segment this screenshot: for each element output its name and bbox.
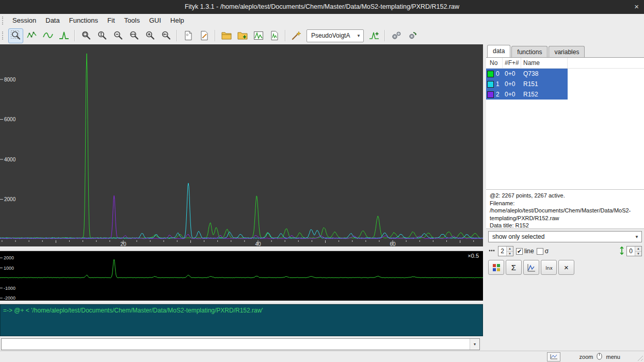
range-mode-icon[interactable]	[24, 28, 39, 43]
console-splitter[interactable]	[0, 301, 483, 304]
column-header-name[interactable]: Name	[521, 58, 568, 68]
chevron-down-icon: ▼	[632, 235, 641, 239]
dataset-color-cell: 1	[486, 80, 503, 88]
close-icon[interactable]: ×	[634, 0, 639, 13]
dataset-color-swatch[interactable]	[487, 81, 494, 88]
line-toggle[interactable]: ✔ line	[516, 248, 534, 255]
output-console[interactable]: 2267 points. No explicit std. dev. Set a…	[0, 304, 483, 336]
point-size-arrows[interactable]: ▲▼	[506, 246, 513, 256]
show-filter-select[interactable]: show only selected ▼	[488, 231, 642, 242]
fit-run-icon[interactable]	[389, 28, 404, 43]
point-size-value: 2	[498, 246, 506, 256]
zoom-hint-label: zoom	[579, 354, 593, 360]
tab-data[interactable]: data	[487, 45, 510, 57]
chevron-down-icon: ▼	[351, 34, 361, 38]
info-line: Filename: /home/aleplo/test/Documents/Ch…	[490, 200, 640, 222]
toolbar: PseudoVoigtA▼	[0, 27, 644, 45]
dataset-name: R152	[521, 91, 568, 98]
console-line: =-> @+ < '/home/aleplo/test/Documents/Ch…	[3, 306, 480, 315]
info-line: Data title: R152	[490, 222, 640, 229]
zoom-out-icon[interactable]	[110, 28, 125, 43]
menu-items: SessionDataFunctionsFitToolsGUIHelp	[8, 14, 189, 27]
mouse-icon	[597, 353, 602, 361]
append-data-icon[interactable]	[235, 28, 250, 43]
new-session-icon[interactable]	[181, 28, 196, 43]
dataset-color-cell: 2	[486, 91, 503, 98]
sidebar: datafunctionsvariables No#F+#Name 00+0Q7…	[486, 44, 644, 351]
sum-button[interactable]: Σ	[506, 260, 522, 275]
zoom-in-icon[interactable]	[142, 28, 157, 43]
add-function-icon[interactable]	[366, 28, 381, 43]
dataset-list-header: No#F+#Name	[486, 58, 644, 69]
function-type-select[interactable]: PseudoVoigtA▼	[307, 29, 364, 42]
dataset-color-swatch[interactable]	[487, 91, 494, 98]
data-transform-icon[interactable]	[289, 28, 304, 43]
menu-tools[interactable]: Tools	[120, 14, 144, 27]
menu-help[interactable]: Help	[166, 14, 189, 27]
x-tick-label: 40	[255, 241, 261, 246]
fit-undo-icon[interactable]	[405, 28, 420, 43]
menu-data[interactable]: Data	[41, 14, 64, 27]
column-header-no[interactable]: No	[486, 58, 503, 68]
shift-stepper[interactable]: 0 ▲▼	[626, 246, 642, 256]
dataset-info: @2: 2267 points, 2267 active.Filename: /…	[486, 190, 644, 229]
dataset-row[interactable]: 10+0R151	[486, 79, 568, 89]
coordinates-format-button[interactable]	[547, 352, 560, 361]
aux-plot[interactable]: 20001000-1000-2000 ×0.5	[0, 251, 483, 301]
tab-variables[interactable]: variables	[549, 46, 585, 57]
open-data-icon[interactable]	[219, 28, 234, 43]
toolbar-items: PseudoVoigtA▼	[8, 28, 420, 43]
dataset-counts: 0+0	[503, 91, 521, 98]
data-editor-icon[interactable]	[267, 28, 282, 43]
command-input-row: ▾	[1, 338, 480, 350]
colors-button[interactable]	[488, 260, 504, 275]
resize-grip[interactable]	[636, 354, 643, 361]
dataset-row[interactable]: 00+0Q738	[486, 69, 568, 79]
command-combo: ▾	[1, 338, 480, 350]
zoom-vertical-icon[interactable]	[94, 28, 109, 43]
plot-splitter[interactable]	[0, 246, 483, 251]
command-input[interactable]	[2, 339, 470, 350]
sigma-checkbox[interactable]	[537, 248, 543, 255]
main-plot[interactable]: 2040602000400060008000	[0, 44, 483, 246]
menu-functions[interactable]: Functions	[65, 14, 103, 27]
line-checkbox[interactable]: ✔	[516, 248, 523, 255]
info-line: @2: 2267 points, 2267 active.	[490, 192, 640, 200]
x-tick-label: 60	[390, 241, 396, 246]
delete-dataset-button[interactable]: ×	[558, 260, 574, 275]
statusbar: zoom menu	[0, 351, 644, 362]
ln-button[interactable]: lnx	[541, 260, 557, 275]
column-header-f[interactable]: #F+#	[503, 58, 521, 68]
zoom-horizontal-icon[interactable]	[126, 28, 141, 43]
sigma-toggle[interactable]: σ	[537, 248, 549, 255]
menu-gui[interactable]: GUI	[144, 14, 166, 27]
toolbar-drag-handle[interactable]	[2, 31, 5, 40]
menubar-drag-handle[interactable]	[2, 17, 5, 25]
aux-y-tick-label: -1000	[4, 286, 15, 291]
aux-y-tick-label: 2000	[4, 255, 14, 260]
y-tick-label: 4000	[4, 157, 16, 162]
shift-arrows[interactable]: ▲▼	[635, 246, 641, 256]
menu-session[interactable]: Session	[8, 14, 41, 27]
chevron-down-icon[interactable]: ▾	[470, 339, 479, 350]
window-titlebar: Fityk 1.3.1 - /home/aleplo/test/Document…	[0, 0, 644, 14]
sigma-label: σ	[545, 248, 549, 255]
zoom-previous-icon[interactable]	[158, 28, 173, 43]
zoom-all-icon[interactable]	[78, 28, 93, 43]
dataset-row[interactable]: 20+0R152	[486, 89, 568, 100]
point-size-stepper[interactable]: 2 ▲▼	[498, 246, 513, 256]
zoom-mode-icon[interactable]	[8, 28, 23, 43]
display-controls: 2 ▲▼ ✔ line σ 0 ▲▼	[488, 245, 642, 257]
window-title: Fityk 1.3.1 - /home/aleplo/test/Document…	[0, 0, 644, 14]
baseline-mode-icon[interactable]	[40, 28, 55, 43]
export-plot-icon[interactable]	[251, 28, 266, 43]
data-ops-button[interactable]	[523, 260, 539, 275]
toolbar-separator	[176, 30, 178, 41]
sidebar-tabs: datafunctionsvariables	[486, 44, 644, 57]
add-peak-mode-icon[interactable]	[56, 28, 71, 43]
dataset-counts: 0+0	[503, 80, 521, 88]
edit-script-icon[interactable]	[197, 28, 212, 43]
dataset-color-swatch[interactable]	[487, 71, 494, 77]
tab-functions[interactable]: functions	[511, 46, 548, 57]
menu-fit[interactable]: Fit	[103, 14, 119, 27]
